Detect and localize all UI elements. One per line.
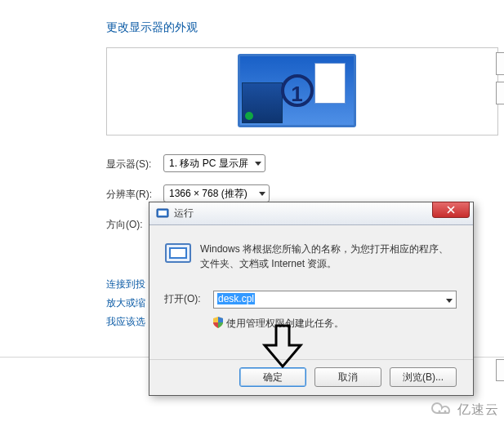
display-label: 显示器(S):: [106, 158, 151, 171]
link-enlarge[interactable]: 放大或缩: [106, 296, 145, 310]
cancel-button[interactable]: 取消: [314, 367, 381, 387]
run-titlebar[interactable]: 运行: [149, 202, 473, 225]
run-button-bar: 确定 取消 浏览(B)...: [149, 359, 473, 395]
svg-point-8: [444, 411, 446, 413]
resolution-dropdown[interactable]: 1366 × 768 (推荐): [163, 184, 270, 202]
resolution-dropdown-value: 1366 × 768 (推荐): [169, 188, 248, 199]
monitor-preview-area: 1: [106, 47, 498, 135]
chevron-down-icon: [255, 162, 261, 166]
apply-button-cropped[interactable]: [496, 359, 504, 381]
watermark: 亿速云: [430, 402, 499, 419]
display-dropdown[interactable]: 1. 移动 PC 显示屏: [163, 154, 265, 172]
link-what-settings[interactable]: 我应该选: [106, 315, 145, 329]
identify-button-cropped[interactable]: [496, 82, 504, 104]
run-icon-large: [164, 242, 192, 264]
resolution-label: 分辨率(R):: [106, 188, 152, 202]
monitor-thumbnail-1[interactable]: 1: [238, 54, 356, 127]
link-connect-projector[interactable]: 连接到投: [106, 278, 145, 291]
open-label: 打开(O):: [164, 292, 201, 306]
ok-button[interactable]: 确定: [239, 367, 306, 387]
annotation-arrow: [261, 324, 304, 369]
watermark-text: 亿速云: [457, 402, 499, 416]
detect-button-cropped[interactable]: [496, 52, 504, 75]
monitor-number-badge: 1: [281, 74, 314, 107]
svg-rect-1: [158, 211, 167, 215]
browse-button[interactable]: 浏览(B)...: [390, 367, 457, 387]
thumb-start-button: [245, 112, 253, 120]
svg-rect-6: [171, 249, 185, 257]
chevron-down-icon: [446, 299, 453, 303]
open-combobox[interactable]: desk.cpl: [213, 291, 457, 309]
run-icon-small: [156, 207, 169, 220]
svg-point-7: [438, 411, 440, 413]
chevron-down-icon: [259, 192, 265, 196]
shield-icon: [213, 317, 223, 328]
run-title: 运行: [174, 207, 194, 220]
page-title: 更改显示器的外观: [106, 20, 198, 35]
open-input-value: desk.cpl: [217, 293, 255, 304]
watermark-icon: [430, 402, 453, 418]
orientation-label: 方向(O):: [106, 218, 143, 232]
run-description: Windows 将根据您所输入的名称，为您打开相应的程序、文件夹、文档或 Int…: [200, 242, 453, 271]
thumb-window: [314, 63, 346, 104]
close-icon: [447, 206, 455, 214]
thumb-desktop: [242, 82, 283, 123]
display-dropdown-value: 1. 移动 PC 显示屏: [169, 158, 248, 169]
run-dialog: 运行 Windows 将根据您所输入的名称，为您打开相应的程序、文件夹、文档或 …: [149, 202, 474, 396]
close-button[interactable]: [432, 202, 470, 218]
